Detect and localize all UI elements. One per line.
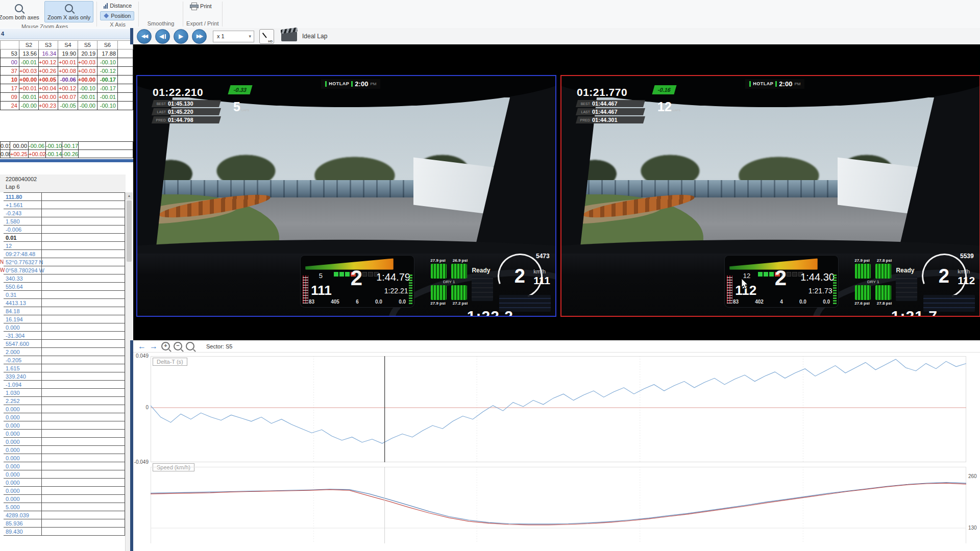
search-icon[interactable]	[186, 342, 194, 350]
summary-cell[interactable]: +00.02	[29, 150, 46, 158]
channel-value-row[interactable]: 0.000	[4, 430, 125, 438]
sector-cell[interactable]: -00.05	[58, 102, 78, 110]
sector-cell[interactable]: +00.04	[39, 84, 58, 93]
sector-column-header[interactable]: S3	[39, 41, 58, 49]
sector-cell[interactable]: -00.01	[19, 58, 39, 67]
sector-cell[interactable]	[118, 67, 133, 76]
summary-cell[interactable]: -00.06	[29, 142, 46, 150]
summary-cell[interactable]: 00.00	[10, 142, 29, 150]
sector-cell[interactable]: 24	[1, 102, 19, 110]
sector-cell[interactable]	[118, 93, 133, 102]
channel-value-row[interactable]: -0.006	[4, 226, 125, 234]
summary-cell[interactable]: +00.25	[10, 150, 29, 158]
sector-cell[interactable]: +00.12	[58, 84, 78, 93]
sector-cell[interactable]: 37	[1, 67, 19, 76]
summary-cell[interactable]: 0.01	[1, 142, 10, 150]
sector-cell[interactable]: +00.05	[39, 76, 58, 84]
sector-cell[interactable]: 19.90	[58, 49, 78, 58]
channel-value-row[interactable]: 0.31	[4, 291, 125, 299]
sector-cell[interactable]: 17	[1, 84, 19, 93]
channel-value-row[interactable]: 0.000	[4, 470, 125, 479]
sector-column-header[interactable]: S6	[97, 41, 118, 49]
channel-value-row[interactable]: 0.000	[4, 323, 125, 332]
channel-value-row[interactable]: -0.205	[4, 356, 125, 364]
summary-cell[interactable]: -00.14	[46, 150, 62, 158]
delta-chart[interactable]	[151, 356, 966, 462]
channel-value-row[interactable]: 111.80	[4, 193, 125, 201]
channel-value-row[interactable]: 89.430	[4, 528, 125, 536]
channel-value-row[interactable]: 339.240	[4, 372, 125, 381]
sector-cell[interactable]: -00.01	[97, 93, 118, 102]
sector-column-header[interactable]: S5	[78, 41, 97, 49]
scrollbar-thumb[interactable]	[127, 201, 132, 262]
sector-cell[interactable]: 53	[1, 49, 19, 58]
sector-row[interactable]: 00-00.01+00.12+00.01+00.03-00.10	[1, 58, 133, 67]
channel-value-row[interactable]: 0.000	[4, 462, 125, 470]
scroll-up-icon[interactable]: ▲	[126, 192, 133, 199]
sector-cell[interactable]: -00.00	[78, 102, 97, 110]
sector-cell[interactable]: +00.00	[78, 76, 97, 84]
channel-value-row[interactable]: 0.000	[4, 454, 125, 462]
sector-cell[interactable]	[118, 76, 133, 84]
summary-cell[interactable]: -00.26	[62, 150, 79, 158]
channel-value-row[interactable]: 0.000	[4, 438, 125, 446]
channel-value-row[interactable]: 2.000	[4, 348, 125, 356]
skip-start-button[interactable]: ◀	[155, 29, 170, 44]
channel-value-row[interactable]: 0.000	[4, 487, 125, 495]
distance-button[interactable]: Distance	[100, 1, 135, 10]
channel-value-row[interactable]: 0.000	[4, 479, 125, 487]
clapperboard-icon[interactable]	[281, 32, 297, 41]
sector-column-header[interactable]: S4	[58, 41, 78, 49]
sector-cell[interactable]: +00.08	[58, 67, 78, 76]
channel-value-row[interactable]: 0.01	[4, 234, 125, 242]
channel-value-row[interactable]: 12	[4, 242, 125, 250]
sector-cell[interactable]: -00.10	[97, 102, 118, 110]
sector-cell[interactable]	[118, 58, 133, 67]
sector-cell[interactable]: +00.03	[78, 67, 97, 76]
sector-cell[interactable]	[118, 102, 133, 110]
sector-cell[interactable]: 00	[1, 58, 19, 67]
pan-left-icon[interactable]: ←	[138, 342, 146, 350]
hd-gauge-button[interactable]: HD	[259, 29, 274, 44]
speed-chart[interactable]	[151, 467, 966, 543]
summary-cell[interactable]: 0.08	[1, 150, 10, 158]
channel-value-row[interactable]: 0.000	[4, 446, 125, 454]
summary-row[interactable]: 0.0100.00-00.06-00.10-00.17	[1, 142, 133, 150]
channel-value-row[interactable]: 1.615	[4, 364, 125, 372]
sector-cell[interactable]: +00.00	[39, 93, 58, 102]
sector-cell[interactable]: +00.26	[39, 67, 58, 76]
sector-cell[interactable]: -00.17	[97, 84, 118, 93]
sector-cell[interactable]: +00.07	[58, 93, 78, 102]
sector-cell[interactable]: +00.01	[58, 58, 78, 67]
sector-cell[interactable]: 09	[1, 93, 19, 102]
sector-cell[interactable]: 20.19	[78, 49, 97, 58]
channel-value-row[interactable]: -31.304	[4, 332, 125, 340]
sector-cell[interactable]: -00.06	[58, 76, 78, 84]
pan-right-icon[interactable]: →	[150, 342, 158, 350]
zoom-out-icon[interactable]: −	[174, 342, 182, 350]
sector-row[interactable]: 10+00.00+00.05-00.06+00.00-00.17	[1, 76, 133, 84]
sector-column-header[interactable]	[1, 41, 19, 49]
zoom-both-axes-button[interactable]: Zoom both axes	[0, 1, 42, 22]
zoom-x-axis-only-button[interactable]: Zoom X axis only	[44, 1, 93, 22]
channel-value-row[interactable]: 4289.039	[4, 511, 125, 519]
sector-cell[interactable]: +00.03	[19, 67, 39, 76]
zoom-in-icon[interactable]: +	[161, 342, 170, 350]
channel-value-row[interactable]: 16.194	[4, 315, 125, 323]
summary-cell[interactable]: -00.17	[62, 142, 79, 150]
channel-value-row[interactable]: +1.561	[4, 201, 125, 209]
channel-value-row[interactable]: 1.030	[4, 389, 125, 397]
sector-cell[interactable]: 17.88	[97, 49, 118, 58]
sector-cell[interactable]: +00.01	[19, 84, 39, 93]
summary-cell[interactable]: -00.10	[46, 142, 62, 150]
sector-cell[interactable]: 16.34	[39, 49, 58, 58]
position-button[interactable]: Position	[100, 11, 134, 20]
panel-splitter[interactable]	[130, 340, 133, 551]
channel-value-row[interactable]: 84.18	[4, 307, 125, 315]
sector-row[interactable]: 24-00.00+00.23-00.05-00.00-00.10	[1, 102, 133, 110]
sector-cell[interactable]: +00.23	[39, 102, 58, 110]
playback-speed-select[interactable]: x 1 ▾	[213, 31, 254, 42]
sector-cell[interactable]: +00.00	[19, 76, 39, 84]
sector-cell[interactable]: -00.12	[97, 67, 118, 76]
channel-value-row[interactable]: 4413.13	[4, 299, 125, 307]
